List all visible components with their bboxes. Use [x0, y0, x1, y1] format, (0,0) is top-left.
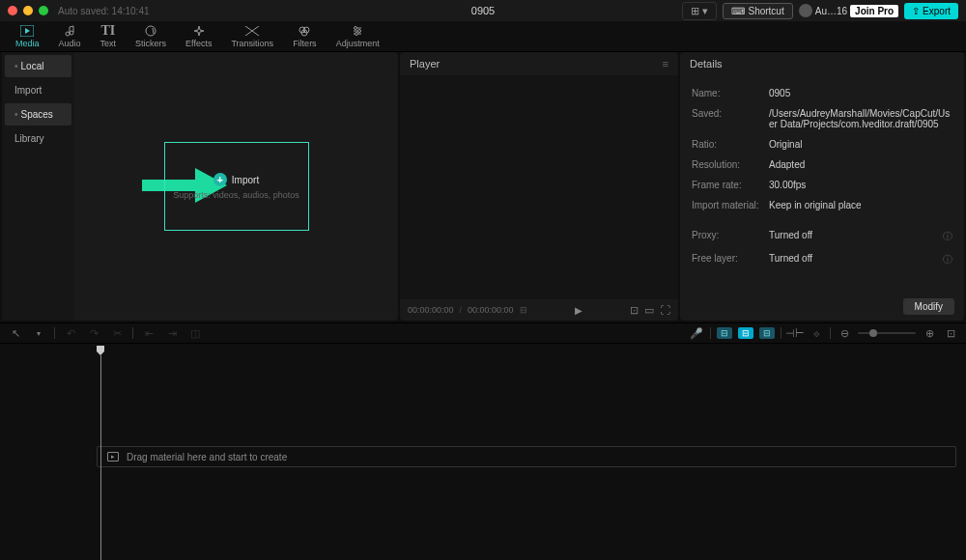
shortcut-button[interactable]: ⌨ Shortcut [723, 3, 792, 19]
layout-button[interactable]: ⊞ ▾ [682, 2, 717, 20]
adjustment-icon [352, 24, 363, 38]
player-header: Player ≡ [400, 52, 678, 75]
info-icon[interactable]: ⓘ [943, 253, 952, 266]
delete-right-button[interactable]: ⇥ [164, 325, 180, 341]
fullscreen-icon[interactable]: ⛶ [660, 304, 670, 316]
traffic-lights [8, 6, 48, 15]
zoom-in-icon[interactable]: ⊕ [922, 325, 937, 341]
svg-point-2 [70, 31, 73, 35]
info-icon[interactable]: ⓘ [943, 230, 952, 243]
svg-point-1 [66, 32, 70, 36]
media-sidebar: •Local Import •Spaces Library [2, 52, 74, 321]
zoom-out-icon[interactable]: ⊖ [837, 325, 852, 341]
join-pro-button[interactable]: Join Pro [850, 5, 898, 17]
zoom-fit-icon[interactable]: ⊡ [943, 325, 958, 341]
zoom-slider[interactable] [858, 332, 916, 334]
sidebar-item-library[interactable]: Library [5, 127, 71, 150]
split-button[interactable]: ✂ [109, 325, 125, 341]
media-panel: •Local Import •Spaces Library + Import S… [2, 52, 398, 321]
filters-icon [298, 24, 310, 38]
effects-icon [193, 24, 205, 38]
link-icon[interactable]: ⟐ [809, 325, 824, 341]
import-dropzone[interactable]: + Import Supports: videos, audios, photo… [164, 142, 309, 231]
detail-saved: Saved:/Users/AudreyMarshall/Movies/CapCu… [692, 103, 952, 134]
redo-button[interactable]: ↷ [86, 325, 101, 341]
tab-adjustment[interactable]: Adjustment [327, 21, 389, 51]
dropdown-icon[interactable]: ▾ [31, 325, 46, 341]
tab-effects[interactable]: Effects [176, 21, 221, 51]
tab-filters[interactable]: Filters [283, 21, 327, 51]
tab-media[interactable]: Media [6, 21, 49, 51]
project-title: 0905 [471, 5, 495, 16]
transitions-icon [245, 24, 259, 38]
time-total: 00:00:00:00 [468, 305, 514, 315]
timeline[interactable]: ▸ Drag material here and start to create [0, 344, 966, 467]
sidebar-item-local[interactable]: •Local [5, 55, 71, 77]
detail-ratio: Ratio:Original [692, 134, 952, 154]
svg-point-7 [355, 27, 357, 30]
sidebar-item-spaces[interactable]: •Spaces [5, 103, 71, 126]
titlebar: Auto saved: 14:10:41 0905 ⊞ ▾ ⌨ Shortcut… [0, 0, 966, 21]
magnet-icon[interactable]: ⊣⊢ [787, 325, 803, 341]
tab-stickers[interactable]: Stickers [126, 21, 176, 51]
play-button[interactable]: ▶ [575, 305, 582, 316]
plus-icon: + [213, 173, 227, 186]
stickers-icon [145, 24, 156, 38]
undo-button[interactable]: ↶ [63, 325, 78, 341]
svg-point-8 [358, 30, 361, 33]
detail-resolution: Resolution:Adapted [692, 154, 952, 175]
maximize-window-button[interactable] [39, 6, 48, 15]
detail-import-material: Import material:Keep in original place [692, 195, 952, 215]
export-button[interactable]: ⇪ Export [904, 3, 958, 19]
details-header: Details [680, 52, 964, 75]
media-content: + Import Supports: videos, audios, photo… [74, 52, 398, 321]
media-icon [20, 24, 34, 38]
detail-proxy: Proxy:Turned offⓘ [692, 225, 952, 248]
close-window-button[interactable] [8, 6, 17, 15]
export-icon: ⇪ [912, 6, 920, 16]
mic-icon[interactable]: 🎤 [689, 325, 704, 341]
svg-point-9 [355, 33, 358, 36]
minimize-window-button[interactable] [23, 6, 33, 15]
autosave-status: Auto saved: 14:10:41 [58, 6, 150, 16]
timeline-toolbar: ↖ ▾ ↶ ↷ ✂ ⇤ ⇥ ◫ 🎤 ⊟ ⊟ ⊟ ⊣⊢ ⟐ ⊖ ⊕ ⊡ [0, 322, 966, 344]
sidebar-item-import[interactable]: Import [5, 79, 71, 101]
menu-icon[interactable]: ≡ [663, 58, 668, 70]
ratio-icon[interactable]: ▭ [644, 304, 654, 317]
delete-left-button[interactable]: ⇤ [141, 325, 156, 341]
player-panel: Player ≡ 00:00:00:00 / 00:00:00:00 ⊟ ▶ ⊡… [400, 52, 678, 321]
detail-freelayer: Free layer:Turned offⓘ [692, 248, 952, 271]
track-mode-3[interactable]: ⊟ [759, 327, 775, 339]
tab-audio[interactable]: Audio [49, 21, 91, 51]
modify-button[interactable]: Modify [903, 298, 954, 315]
tab-text[interactable]: TI Text [91, 21, 127, 51]
compare-icon[interactable]: ⊟ [520, 305, 527, 315]
user-badge[interactable]: Au…16 Join Pro [799, 4, 898, 17]
track-icon: ▸ [107, 452, 119, 462]
details-panel: Details Name:0905 Saved:/Users/AudreyMar… [680, 52, 964, 321]
track-mode-2[interactable]: ⊟ [738, 327, 753, 339]
time-current: 00:00:00:00 [408, 305, 454, 315]
scale-icon[interactable]: ⊡ [630, 304, 639, 317]
playhead[interactable] [97, 346, 104, 560]
empty-track[interactable]: ▸ Drag material here and start to create [97, 446, 956, 467]
detail-framerate: Frame rate:30.00fps [692, 175, 952, 195]
player-controls: 00:00:00:00 / 00:00:00:00 ⊟ ▶ ⊡ ▭ ⛶ [400, 299, 678, 321]
keyboard-icon: ⌨ [731, 6, 745, 16]
text-icon: TI [100, 24, 115, 38]
detail-name: Name:0905 [692, 83, 952, 103]
main-toolbar: Media Audio TI Text Stickers Effects Tra… [0, 21, 966, 52]
crop-button[interactable]: ◫ [187, 325, 203, 341]
audio-icon [64, 24, 75, 38]
selection-tool[interactable]: ↖ [8, 325, 23, 341]
track-mode-1[interactable]: ⊟ [717, 327, 732, 339]
svg-point-3 [146, 26, 156, 36]
tab-transitions[interactable]: Transitions [221, 21, 283, 51]
avatar [799, 4, 812, 17]
player-viewport[interactable] [400, 75, 678, 299]
